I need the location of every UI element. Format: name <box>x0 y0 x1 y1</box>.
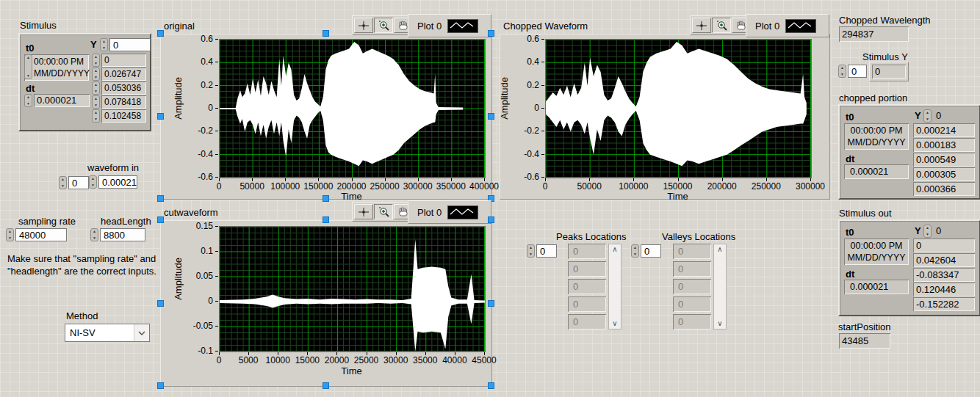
y-index-spinner[interactable]: ▲▼ <box>100 38 108 51</box>
element-value[interactable]: 0.078418 <box>101 95 146 109</box>
x-tick-mark <box>678 178 679 181</box>
head-length-control[interactable]: ▲▼ 8800 <box>90 228 145 241</box>
element-spinner[interactable]: ▲▼ <box>92 109 100 123</box>
selection-handle[interactable] <box>488 113 494 120</box>
dt-value[interactable]: 0.000021 <box>34 94 90 107</box>
head-length-spinner[interactable]: ▲▼ <box>90 228 98 241</box>
waveform-in-index-value[interactable]: 0 <box>68 176 89 189</box>
selection-handle[interactable] <box>323 382 329 389</box>
waveform-in-index-spinner[interactable]: ▲▼ <box>59 176 67 189</box>
array-element[interactable]: ▲▼0.026747 <box>92 68 146 81</box>
zoom-tool-button[interactable] <box>374 18 393 33</box>
selection-handle[interactable] <box>488 30 494 37</box>
waveform-in-control[interactable]: ▲▼ 0.000213 <box>89 175 137 189</box>
array-element[interactable]: ▲▼0.078418 <box>92 95 146 109</box>
array-element[interactable]: ▲▼0.102458 <box>92 109 146 123</box>
plot-legend[interactable]: Plot 0 <box>408 200 491 224</box>
plot-area[interactable] <box>545 39 812 178</box>
zoom-tool-button[interactable] <box>374 204 393 219</box>
head-length-value[interactable]: 8800 <box>100 228 145 241</box>
chopped-waveform-graph: Chopped Waveform Plot 0 Amplitude Time 0… <box>500 34 830 200</box>
t0-timestamp-control[interactable]: ▲▼ 00:00:00 PMMM/DD/YYYY <box>24 54 89 81</box>
selection-handle[interactable] <box>157 216 164 223</box>
element-spinner[interactable]: ▲▼ <box>92 81 100 95</box>
element-value[interactable]: 0.053036 <box>101 81 146 95</box>
sampling-rate-control[interactable]: ▲▼ 48000 <box>6 228 67 241</box>
array-element[interactable]: ▲▼0 <box>92 54 146 67</box>
element-value[interactable]: 0.026747 <box>101 68 146 81</box>
waveform-in-value[interactable]: 0.000213 <box>98 175 137 189</box>
dt-control[interactable]: ▲▼ 0.000021 <box>24 94 90 107</box>
waveform-in-index[interactable]: ▲▼ 0 <box>59 176 89 189</box>
sampling-rate-label: sampling rate <box>18 216 76 227</box>
selection-handle[interactable] <box>488 216 494 223</box>
plot-area[interactable] <box>219 226 486 352</box>
selection-handle[interactable] <box>323 30 329 37</box>
peaks-scrollbar[interactable]: ∧ ∨ <box>608 244 621 329</box>
sampling-rate-value[interactable]: 48000 <box>15 228 67 241</box>
y-index-value[interactable]: 0 <box>933 225 968 238</box>
t0-spinner[interactable]: ▲▼ <box>24 54 32 79</box>
y-index-spinner[interactable]: ▲▼ <box>923 225 932 238</box>
peaks-index-value[interactable]: 0 <box>536 244 557 258</box>
y-index-value[interactable]: 0 <box>109 38 151 51</box>
x-tick-mark <box>367 352 367 355</box>
valleys-index-spinner[interactable]: ▲▼ <box>631 244 639 258</box>
dt-spinner[interactable]: ▲▼ <box>24 94 32 107</box>
valleys-scrollbar[interactable]: ∧ ∨ <box>713 244 727 329</box>
selection-handle[interactable] <box>323 195 329 202</box>
dt-label: dt <box>846 153 854 164</box>
scroll-up-icon[interactable]: ∧ <box>714 244 726 255</box>
waveform-in-label: waveform in <box>87 162 139 173</box>
element-value[interactable]: 0.102458 <box>101 109 146 123</box>
waveform-in-spinner[interactable]: ▲▼ <box>89 175 97 189</box>
scroll-down-icon[interactable]: ∨ <box>609 318 621 329</box>
plot-legend[interactable]: Plot 0 <box>408 14 491 37</box>
selection-handle[interactable] <box>157 382 164 389</box>
crosshair-cursor-button[interactable] <box>354 204 373 219</box>
x-tick-mark <box>484 178 485 181</box>
y-index-spinner[interactable]: ▲▼ <box>923 109 932 123</box>
y-tick-mark <box>215 177 218 178</box>
selection-handle[interactable] <box>488 300 494 307</box>
plot-legend-label: Plot 0 <box>417 21 442 32</box>
selection-handle[interactable] <box>488 382 494 389</box>
crosshair-cursor-button[interactable] <box>692 18 711 33</box>
scroll-down-icon[interactable]: ∨ <box>714 318 726 329</box>
peaks-index-control[interactable]: ▲▼ 0 <box>527 244 557 258</box>
x-tick-mark <box>252 178 253 181</box>
zoom-tool-button[interactable] <box>712 18 731 33</box>
y-index-control[interactable]: ▲▼ 0 <box>923 109 968 123</box>
chevron-down-icon[interactable] <box>134 324 149 341</box>
selection-handle[interactable] <box>157 300 164 307</box>
scroll-up-icon[interactable]: ∧ <box>609 244 621 255</box>
stimulus-y-index-control[interactable]: ▲▼ 0 <box>838 65 867 78</box>
element-spinner[interactable]: ▲▼ <box>92 95 100 109</box>
peaks-index-spinner[interactable]: ▲▼ <box>527 244 535 258</box>
element-spinner[interactable]: ▲▼ <box>92 68 100 81</box>
selection-handle[interactable] <box>323 216 329 223</box>
selection-handle[interactable] <box>157 113 164 120</box>
valleys-index-value[interactable]: 0 <box>641 244 661 258</box>
array-element[interactable]: ▲▼0.053036 <box>92 81 146 95</box>
selection-handle[interactable] <box>157 30 164 37</box>
element-spinner[interactable]: ▲▼ <box>92 54 100 67</box>
stimulus-y-label: Stimulus Y <box>862 51 908 62</box>
x-tick-mark <box>451 178 452 181</box>
dt-label: dt <box>26 83 35 94</box>
y-index-control[interactable]: ▲▼ 0 <box>923 225 968 238</box>
stimulus-y-index-spinner[interactable]: ▲▼ <box>838 65 846 78</box>
y-index-value[interactable]: 0 <box>933 109 968 123</box>
element-value[interactable]: 0 <box>101 54 146 67</box>
selection-handle[interactable] <box>157 195 164 202</box>
y-index-control[interactable]: ▲▼ 0 <box>100 38 151 51</box>
crosshair-cursor-button[interactable] <box>354 18 373 33</box>
sampling-rate-spinner[interactable]: ▲▼ <box>6 228 14 241</box>
stimulus-y-index-value[interactable]: 0 <box>848 65 867 78</box>
method-dropdown[interactable]: NI-SV <box>65 324 150 342</box>
plot-legend[interactable]: Plot 0 <box>746 14 829 37</box>
plot-area[interactable] <box>219 39 486 178</box>
y-tick-label: 0.4 <box>501 57 539 67</box>
valleys-locations-label: Valleys Locations <box>662 231 735 242</box>
valleys-index-control[interactable]: ▲▼ 0 <box>631 244 661 258</box>
